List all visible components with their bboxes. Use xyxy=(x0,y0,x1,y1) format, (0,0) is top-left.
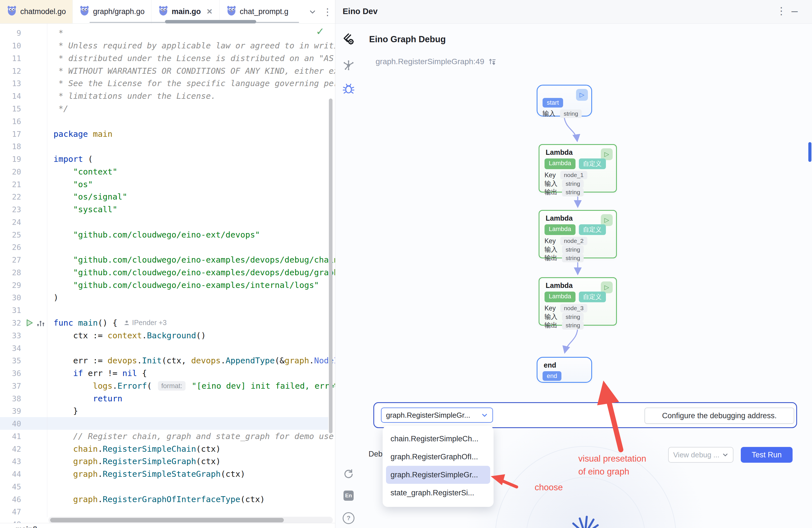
test-run-button[interactable]: Test Run xyxy=(741,447,793,463)
code-line-15: */ xyxy=(54,102,327,115)
code-line-14: * limitations under the License. xyxy=(54,90,327,102)
gutter-line-13: 13 xyxy=(0,77,47,90)
code-line-27: "github.com/cloudwego/eino-examples/devo… xyxy=(54,253,327,266)
horizontal-scrollbar[interactable] xyxy=(50,518,284,522)
tab-list-chevron-down-icon[interactable] xyxy=(305,0,320,23)
gutter-line-35: 35 xyxy=(0,354,47,367)
gutter-line-12: 12 xyxy=(0,64,47,77)
code-line-35: err := devops.Init(ctx, devops.AppendTyp… xyxy=(54,354,327,367)
run-main-icon[interactable] xyxy=(26,319,33,327)
code-line-24 xyxy=(54,216,327,228)
tab-options-kebab-icon[interactable]: ⋮ xyxy=(320,0,335,23)
code-line-9: * xyxy=(54,27,327,40)
code-line-21: "os" xyxy=(54,178,327,191)
graph-select-dropdown: chain.RegisterSimpleCh...graph.RegisterG… xyxy=(383,426,494,507)
tab-label: chat_prompt.g xyxy=(240,7,289,16)
gutter-line-30: 30 xyxy=(0,291,47,304)
code-line-44: graph.RegisterSimpleStateGraph(ctx) xyxy=(54,468,327,481)
dropdown-option[interactable]: chain.RegisterSimpleCh... xyxy=(386,430,490,448)
dropdown-option[interactable]: state_graph.RegisterSi... xyxy=(386,484,490,502)
code-line-38: return xyxy=(54,392,327,405)
code-line-25: "github.com/cloudwego/eino-ext/devops" xyxy=(54,228,327,241)
gutter-line-20: 20 xyxy=(0,165,47,178)
node-field-row: Keynode_1 xyxy=(545,171,587,179)
panel-minimize-icon[interactable]: – xyxy=(792,4,798,17)
code-line-30: ) xyxy=(54,291,327,304)
code-line-11: * distributed under the License is distr… xyxy=(54,52,327,65)
dropdown-option[interactable]: graph.RegisterGraphOfI... xyxy=(386,448,490,466)
gutter-line-25: 25 xyxy=(0,228,47,241)
graph-select[interactable]: graph.RegisterSimpleGr... xyxy=(381,408,493,423)
code-line-43: graph.RegisterSimpleGraph(ctx) xyxy=(54,455,327,468)
node-field-row: 输出string xyxy=(545,253,584,262)
gutter-line-10: 10 xyxy=(0,40,47,52)
chevron-down-icon xyxy=(722,452,728,458)
tab-label: chatmodel.go xyxy=(20,7,66,16)
vertical-scrollbar[interactable] xyxy=(329,99,333,434)
gutter-line-40: 40 xyxy=(0,417,47,430)
profiler-icon[interactable] xyxy=(37,319,45,326)
view-debug-select[interactable]: View debug ... xyxy=(668,447,734,463)
tab-strip-scroll-thumb[interactable] xyxy=(165,20,256,23)
debug-toolbar: graph.RegisterSimpleGr... Configure the … xyxy=(373,402,797,428)
gutter-line-33: 33 xyxy=(0,329,47,342)
dropdown-option[interactable]: graph.RegisterSimpleGr... xyxy=(386,466,490,484)
node-badge: Lambda xyxy=(545,292,576,302)
code-line-23: "syscall" xyxy=(54,203,327,216)
code-line-42: chain.RegisterSimpleChain(ctx) xyxy=(54,442,327,455)
tab-chatmodel-go[interactable]: chatmodel.go xyxy=(0,0,73,23)
panel-header: Eino Dev ⋮ – xyxy=(335,0,812,24)
gutter-line-17: 17 xyxy=(0,128,47,140)
gutter-line-15: 15 xyxy=(0,102,47,115)
panel-options-kebab-icon[interactable]: ⋮ xyxy=(776,5,786,17)
code-line-47 xyxy=(54,505,327,518)
gutter-line-38: 38 xyxy=(0,392,47,405)
graph-node-node_1[interactable]: Lambda▷Lambda自定义Keynode_1输入string输出strin… xyxy=(539,144,617,192)
configure-label: Configure the debugging address. xyxy=(662,411,777,420)
gutter-line-9: 9 xyxy=(0,27,47,40)
node-field-row: 输出string xyxy=(545,188,584,196)
node-field-row: 输出string xyxy=(545,321,584,329)
gutter-line-36: 36 xyxy=(0,367,47,380)
gutter-line-37: 37 xyxy=(0,379,47,392)
node-run-icon[interactable]: ▷ xyxy=(576,89,588,101)
gutter-line-22: 22 xyxy=(0,191,47,203)
code-line-29: "github.com/cloudwego/eino-examples/inte… xyxy=(54,279,327,291)
node-field-row: 输入string xyxy=(542,109,582,118)
code-line-10: * Unless required by applicable law or a… xyxy=(54,40,327,52)
debug-row-label: Deb xyxy=(368,450,383,458)
tab-graph-graph-go[interactable]: graph/graph.go xyxy=(73,0,151,23)
graph-node-node_3[interactable]: Lambda▷Lambda自定义Keynode_3输入string输出strin… xyxy=(539,277,617,326)
code-line-37: logs.Errorf( format: "[eino dev] init fa… xyxy=(54,379,327,392)
gutter-line-31: 31 xyxy=(0,304,47,317)
code-line-16 xyxy=(54,115,327,128)
graph-node-end[interactable]: endend xyxy=(537,357,592,383)
gutter-separator xyxy=(47,23,47,517)
annotation-choose-text: choose xyxy=(535,482,563,493)
gutter-line-21: 21 xyxy=(0,178,47,191)
graph-node-node_2[interactable]: Lambda▷Lambda自定义Keynode_2输入string输出strin… xyxy=(539,210,617,258)
gutter-line-26: 26 xyxy=(0,241,47,253)
gutter-line-45: 45 xyxy=(0,481,47,493)
node-badge: Lambda xyxy=(545,159,576,169)
code-vision-hint[interactable]: IPender +3 xyxy=(124,319,167,327)
go-file-icon xyxy=(7,6,16,18)
gutter-line-18: 18 xyxy=(0,140,47,153)
code-line-13: * See the License for the specific langu… xyxy=(54,77,327,90)
code-line-34 xyxy=(54,342,327,354)
graph-node-start[interactable]: ▷start输入string xyxy=(537,85,592,117)
code-line-17: package main xyxy=(54,128,327,140)
gutter-line-46: 46 xyxy=(0,493,47,505)
gutter-line-42: 42 xyxy=(0,442,47,455)
configure-debug-address-button[interactable]: Configure the debugging address. xyxy=(644,408,794,424)
annotation-text: of eino graph xyxy=(578,467,629,477)
annotation-text: visual presetation xyxy=(578,454,646,464)
gutter-line-34: 34 xyxy=(0,342,47,354)
tab-label: main.go xyxy=(172,7,201,16)
close-icon[interactable]: ✕ xyxy=(206,7,213,16)
node-title: Lambda xyxy=(546,148,573,157)
node-badge: 自定义 xyxy=(579,292,606,302)
tab-label: graph/graph.go xyxy=(93,7,144,16)
breadcrumb-bar[interactable]: main() xyxy=(0,523,335,528)
code-editor[interactable]: 9101112131415161718192021222324252627282… xyxy=(0,23,335,528)
